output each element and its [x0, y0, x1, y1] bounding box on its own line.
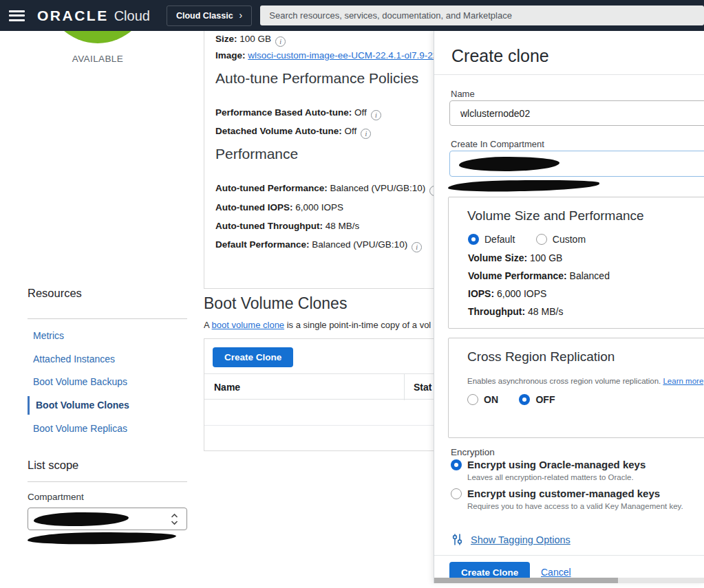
column-header-state[interactable]: Stat: [414, 382, 431, 393]
oracle-managed-keys-label: Encrypt using Oracle-managed keys: [467, 459, 646, 470]
boot-volume-clone-link[interactable]: boot volume clone: [212, 320, 285, 330]
performance-heading: Performance: [215, 146, 298, 162]
cancel-link[interactable]: Cancel: [541, 567, 571, 578]
top-navigation-bar: ORACLE Cloud Cloud Classic: [0, 0, 704, 31]
iops-row: IOPS: 6,000 IOPS: [468, 288, 546, 299]
show-tagging-options-link[interactable]: Show Tagging Options: [471, 534, 570, 545]
customer-managed-keys-radio[interactable]: [451, 488, 462, 499]
replication-on-radio[interactable]: [467, 394, 478, 405]
throughput-row: Throughput: 48 MB/s: [468, 306, 563, 317]
oracle-managed-keys-radio[interactable]: [451, 459, 462, 470]
redacted-compartment-value: [34, 512, 129, 527]
oracle-cloud-logo[interactable]: ORACLE Cloud: [37, 8, 150, 24]
autotuned-iops-row: Auto-tuned IOPS: 6,000 IOPS: [215, 202, 343, 213]
compartment-select[interactable]: [28, 508, 187, 530]
performance-based-autotune-row: Performance Based Auto-tune: Off: [215, 107, 381, 120]
image-label: Image:: [215, 50, 246, 61]
logo-cloud-text: Cloud: [114, 8, 150, 24]
autotune-policies-heading: Auto-tune Performance Policies: [215, 70, 418, 87]
hamburger-menu-icon[interactable]: [9, 10, 25, 21]
list-scope-heading: List scope: [28, 459, 78, 472]
info-icon[interactable]: [361, 129, 371, 139]
image-link[interactable]: wlsoci-custom-image-ee-UCM-22.4.1-ol7.9-…: [248, 50, 438, 61]
create-clone-panel: Create clone Name Create In Compartment …: [434, 31, 704, 583]
volume-size-performance-heading: Volume Size and Performance: [467, 208, 644, 224]
cloud-classic-label: Cloud Classic: [176, 11, 233, 21]
sidebar-item-attached-instances[interactable]: Attached Instances: [33, 353, 115, 364]
status-available-icon: [46, 31, 149, 43]
list-scope-divider: [28, 481, 187, 482]
cloud-classic-button[interactable]: Cloud Classic: [167, 6, 252, 26]
volume-size-performance-card: Volume Size and Performance Default Cust…: [448, 197, 704, 329]
replication-on-label: ON: [484, 394, 498, 405]
create-clone-table-button[interactable]: Create Clone: [213, 347, 293, 367]
redacted-compartment-path: [28, 531, 176, 545]
tagging-options-row: Show Tagging Options: [451, 533, 570, 546]
autotuned-performance-row: Auto-tuned Performance: Balanced (VPU/GB…: [215, 183, 440, 196]
boot-volume-clones-description: A boot volume clone is a single point-in…: [204, 320, 431, 330]
info-icon[interactable]: [371, 110, 381, 120]
cross-region-replication-card: Cross Region Replication Enables asynchr…: [448, 338, 704, 438]
sidebar-item-boot-volume-clones[interactable]: Boot Volume Clones: [36, 400, 129, 411]
learn-more-link[interactable]: Learn more: [663, 377, 703, 385]
volume-size-row: Volume Size: 100 GB: [468, 252, 562, 263]
column-header-name[interactable]: Name: [214, 382, 240, 393]
status-text: AVAILABLE: [43, 54, 153, 64]
column-divider: [404, 374, 405, 400]
custom-radio-label: Custom: [553, 234, 586, 245]
redacted-compartment-value: [459, 156, 559, 172]
chevron-right-icon: [239, 11, 243, 21]
compartment-label: Compartment: [28, 492, 84, 502]
replication-off-radio[interactable]: [519, 394, 530, 405]
create-in-compartment-label: Create In Compartment: [451, 139, 544, 149]
replication-radio-group: ON OFF: [467, 393, 573, 406]
clone-name-input[interactable]: [449, 100, 704, 126]
panel-title: Create clone: [451, 46, 549, 66]
default-performance-row: Default Performance: Balanced (VPU/GB:10…: [215, 239, 422, 252]
footer-divider: [434, 555, 704, 556]
replication-off-label: OFF: [535, 394, 555, 405]
name-label: Name: [451, 89, 475, 99]
panel-title-divider: [434, 74, 704, 75]
oracle-managed-keys-helper: Leaves all encryption-related matters to…: [467, 473, 634, 481]
create-in-compartment-select[interactable]: [449, 151, 704, 177]
info-icon[interactable]: [275, 36, 286, 47]
custom-radio[interactable]: [536, 234, 547, 245]
sidebar-item-boot-volume-replicas[interactable]: Boot Volume Replicas: [33, 423, 127, 434]
size-row: Size: 100 GB: [215, 34, 286, 47]
resources-divider: [28, 318, 187, 319]
size-label: Size:: [215, 34, 237, 44]
cross-region-replication-heading: Cross Region Replication: [467, 349, 615, 364]
sidebar-item-boot-volume-backups[interactable]: Boot Volume Backups: [33, 376, 127, 387]
volume-performance-row: Volume Performance: Balanced: [468, 270, 610, 281]
sidebar-item-metrics[interactable]: Metrics: [33, 330, 64, 341]
info-icon[interactable]: [412, 242, 422, 252]
encryption-label: Encryption: [451, 447, 495, 457]
size-mode-radio-group: Default Custom: [468, 233, 604, 246]
default-radio-label: Default: [484, 234, 515, 245]
replication-description: Enables asynchronous cross region volume…: [467, 377, 703, 385]
search-input[interactable]: [260, 6, 704, 25]
encryption-option-customer: Encrypt using customer-managed keys: [451, 488, 660, 500]
tagging-sliders-icon: [451, 533, 464, 546]
active-item-indicator: [28, 396, 30, 415]
detached-volume-autotune-row: Detached Volume Auto-tune: Off: [215, 126, 371, 139]
autotuned-throughput-row: Auto-tuned Throughput: 48 MB/s: [215, 221, 359, 231]
horizontal-scrollbar-thumb[interactable]: [434, 578, 618, 583]
size-value: 100 GB: [239, 34, 271, 44]
left-sidebar: AVAILABLE Resources Metrics Attached Ins…: [0, 31, 204, 588]
resources-heading: Resources: [28, 287, 82, 300]
logo-oracle-text: ORACLE: [37, 8, 109, 24]
encryption-option-oracle: Encrypt using Oracle-managed keys: [451, 459, 646, 471]
boot-volume-clones-heading: Boot Volume Clones: [204, 294, 347, 313]
redacted-compartment-path: [448, 179, 599, 193]
chevron-up-down-icon: [171, 513, 178, 525]
default-radio[interactable]: [468, 234, 479, 245]
customer-managed-keys-helper: Requires you to have access to a valid K…: [467, 502, 683, 510]
horizontal-scrollbar[interactable]: [434, 578, 704, 583]
customer-managed-keys-label: Encrypt using customer-managed keys: [467, 488, 660, 499]
image-row: Image: wlsoci-custom-image-ee-UCM-22.4.1…: [215, 50, 438, 61]
